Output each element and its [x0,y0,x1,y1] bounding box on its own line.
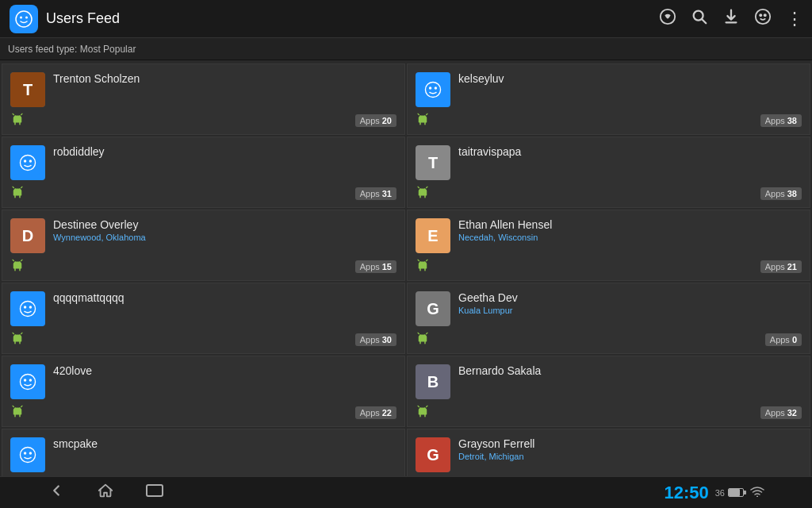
user-top: D Destinee Overley Wynnewood, Oklahoma [10,218,396,253]
avatar: G [416,291,450,326]
user-name: Ethan Allen Hensel [458,218,802,231]
svg-line-64 [427,406,428,407]
overflow-menu-icon[interactable]: ⋮ [786,9,802,29]
user-top: kelseyluv [416,72,802,107]
feed-type-label: Users feed type: Most Popular [8,44,136,55]
svg-rect-21 [16,151,40,175]
user-info: taitravispapa [458,145,802,158]
apps-badge: Apps21 [760,260,802,273]
top-bar: Users Feed [0,0,812,38]
card-footer: Apps31 [10,185,396,202]
apps-badge: Apps20 [355,114,396,127]
user-card[interactable]: G Geetha Dev Kuala Lumpur Apps0 [407,283,810,354]
avatar: T [10,72,45,107]
user-card[interactable]: robdiddley Apps31 [2,137,405,208]
svg-point-2 [25,16,28,18]
android-icon [10,404,25,421]
user-top: T Trenton Scholzen [10,72,396,107]
svg-point-24 [29,160,32,162]
user-card[interactable]: T Trenton Scholzen Apps20 [2,64,405,135]
user-card[interactable]: E Ethan Allen Hensel Necedah, Wisconsin … [407,210,810,281]
user-info: Trenton Scholzen [53,72,396,85]
svg-point-67 [24,452,26,454]
apps-badge: Apps22 [355,406,396,419]
svg-line-47 [13,333,14,334]
user-top: G Geetha Dev Kuala Lumpur [416,291,802,326]
svg-point-7 [760,14,761,16]
user-card[interactable]: T taitravispapa Apps38 [407,137,810,208]
user-card[interactable]: B Bernardo Sakala Apps32 [407,356,810,427]
home-button[interactable] [97,482,114,503]
user-name: Grayson Ferrell [458,437,802,450]
avatar [10,291,45,326]
user-top: smcpake [10,437,396,472]
user-name: kelseyluv [458,72,802,85]
back-button[interactable] [48,482,65,503]
android-icon [416,404,430,421]
avatar: E [416,218,450,253]
android-icon [416,112,430,129]
svg-point-0 [16,11,32,27]
search-icon[interactable] [691,8,708,29]
apps-badge: Apps38 [760,187,802,200]
user-name: taitravispapa [458,145,802,158]
svg-point-56 [29,379,32,381]
android-icon [10,258,25,275]
user-name: Geetha Dev [458,291,802,304]
android-icon [416,331,430,348]
recents-button[interactable] [146,484,163,501]
card-footer: Apps30 [10,331,396,348]
svg-line-27 [13,187,14,188]
bottom-nav-bar: 12:50 36 [0,476,812,508]
android-icon [416,258,430,275]
svg-line-52 [427,333,428,334]
user-info: Grayson Ferrell Detroit, Michigan [458,437,802,461]
user-info: Bernardo Sakala [458,364,802,377]
apps-badge: Apps30 [355,333,396,346]
svg-point-16 [435,87,437,89]
svg-line-19 [418,114,419,115]
page-title: Users Feed [46,10,659,27]
users-feed-list: T Trenton Scholzen Apps20 [0,60,812,476]
user-top: B Bernardo Sakala [416,364,802,399]
android-icon [10,185,25,202]
avatar: T [416,145,450,180]
avatar: G [416,437,450,472]
svg-line-28 [21,187,23,188]
android-icon [10,331,25,348]
user-info: kelseyluv [458,72,802,85]
svg-point-15 [429,87,431,89]
svg-rect-41 [16,297,40,321]
avatar: B [416,364,450,399]
user-card[interactable]: kelseyluv Apps38 [407,64,810,135]
svg-line-59 [13,406,14,407]
avatar [10,145,45,180]
user-card[interactable]: G Grayson Ferrell Detroit, Michigan Apps… [407,429,810,476]
user-name: Destinee Overley [53,218,396,231]
user-card[interactable]: smcpake Apps30 [2,429,405,476]
brand-icon[interactable] [659,8,676,29]
download-icon[interactable] [722,8,740,29]
status-area: 12:50 36 [664,483,764,503]
user-card[interactable]: 420love Apps22 [2,356,405,427]
svg-line-20 [427,114,428,115]
user-card[interactable]: qqqqmattqqqq Apps30 [2,283,405,354]
face-icon[interactable] [754,8,772,29]
svg-line-60 [21,406,23,407]
svg-line-40 [427,260,428,261]
user-location: Wynnewood, Oklahoma [53,233,396,242]
user-card[interactable]: D Destinee Overley Wynnewood, Oklahoma A… [2,210,405,281]
battery-percent: 36 [715,488,725,498]
user-info: 420love [53,364,396,377]
app-icon [10,5,38,33]
card-footer: Apps38 [416,185,802,202]
user-info: smcpake [53,437,396,450]
user-top: 420love [10,364,396,399]
user-top: qqqqmattqqqq [10,291,396,326]
card-footer: Apps21 [416,258,802,275]
user-info: qqqqmattqqqq [53,291,396,304]
svg-point-55 [24,379,26,381]
avatar [416,72,450,107]
toolbar-icons: ⋮ [659,8,802,29]
user-name: smcpake [53,437,396,450]
